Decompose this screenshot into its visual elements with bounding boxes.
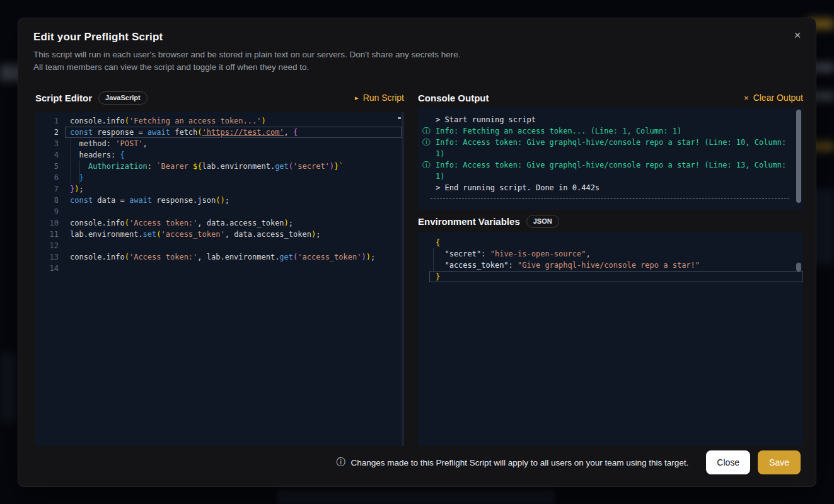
code-line: 12 xyxy=(35,240,402,251)
script-editor[interactable]: 1console.info('Fetching an access token.… xyxy=(35,112,404,446)
environment-variables-heading: Environment Variables xyxy=(418,216,520,227)
code-line: 11lab.environment.set('access_token', da… xyxy=(35,229,402,240)
console-row: > End running script. Done in 0.442s xyxy=(418,182,803,193)
line-number: 1 xyxy=(35,115,65,127)
background-blur-fragment xyxy=(0,353,16,422)
close-icon[interactable]: × xyxy=(789,27,806,43)
json-line: "secret": "hive-is-open-source", xyxy=(429,248,803,260)
code-line: 1console.info('Fetching an access token.… xyxy=(35,115,402,127)
line-number: 13 xyxy=(35,251,65,263)
script-editor-lines: 1console.info('Fetching an access token.… xyxy=(35,115,402,274)
close-button[interactable]: Close xyxy=(706,450,750,474)
run-script-label: Run Script xyxy=(363,93,404,103)
code-line: 4 headers: { xyxy=(35,149,402,161)
overview-ruler-mark xyxy=(398,117,401,119)
info-icon: ⓘ xyxy=(422,125,431,137)
line-number: 4 xyxy=(35,149,65,161)
console-rows: > Start running scriptⓘInfo: Fetching an… xyxy=(418,114,803,198)
line-number: 12 xyxy=(35,240,65,251)
line-number: 7 xyxy=(35,183,65,195)
play-icon: ▸ xyxy=(355,94,359,101)
json-line: { xyxy=(429,237,803,248)
code-line: 13console.info('Access token:', lab.envi… xyxy=(35,251,402,263)
console-row: ⓘInfo: Access token: Give graphql-hive/c… xyxy=(418,137,803,148)
indent-guide xyxy=(433,248,434,271)
modal-description-line1: This script will run in each user's brow… xyxy=(33,49,460,61)
console-row xyxy=(431,198,789,198)
code-line: 14 xyxy=(35,263,402,274)
clear-output-button[interactable]: × Clear Output xyxy=(744,93,803,103)
run-script-button[interactable]: ▸ Run Script xyxy=(355,93,404,103)
console-scrollbar[interactable] xyxy=(796,110,801,203)
indent-guide xyxy=(79,161,80,183)
info-icon: ⓘ xyxy=(422,137,431,148)
line-number: 3 xyxy=(35,138,65,149)
line-number: 14 xyxy=(35,263,65,274)
json-line: } xyxy=(429,271,803,282)
environment-variables-lines: { "secret": "hive-is-open-source", "acce… xyxy=(418,237,803,282)
code-line: 10console.info('Access token:', data.acc… xyxy=(35,217,402,229)
indent-guide xyxy=(71,138,71,183)
clear-icon: × xyxy=(744,94,749,102)
preflight-script-modal: × Edit your Preflight Script This script… xyxy=(18,18,816,487)
line-number: 5 xyxy=(35,161,65,172)
clear-output-label: Clear Output xyxy=(753,93,803,103)
console-row: ⓘInfo: Access token: Give graphql-hive/c… xyxy=(418,159,803,171)
modal-title: Edit your Preflight Script xyxy=(33,31,163,43)
code-line: 6 } xyxy=(35,172,402,183)
line-number: 6 xyxy=(35,172,65,183)
line-number: 2 xyxy=(35,127,65,138)
console-output-header: Console Output × Clear Output xyxy=(418,89,803,106)
language-badge-json: JSON xyxy=(526,215,559,228)
code-line: 2const response = await fetch('https://t… xyxy=(35,127,402,138)
console-output: > Start running scriptⓘInfo: Fetching an… xyxy=(418,108,803,210)
footer-notice: ⓘ Changes made to this Preflight Script … xyxy=(337,457,689,468)
line-number: 10 xyxy=(35,217,65,229)
background-blur-fragment xyxy=(277,489,555,504)
code-line: 8const data = await response.json(); xyxy=(35,195,402,206)
info-icon: ⓘ xyxy=(422,159,431,171)
save-button[interactable]: Save xyxy=(758,450,801,474)
line-number: 9 xyxy=(35,206,65,217)
console-row: ⓘInfo: Fetching an access token... (Line… xyxy=(418,125,803,137)
env-editor-scrollbar[interactable] xyxy=(796,263,801,272)
environment-variables-header: Environment Variables JSON xyxy=(418,213,803,229)
code-line: 3 method: 'POST', xyxy=(35,138,402,149)
console-row: 1) xyxy=(418,171,803,182)
console-row: > Start running script xyxy=(418,114,803,125)
info-icon: ⓘ xyxy=(337,457,345,468)
modal-description-line2: All team members can view the script and… xyxy=(33,61,460,74)
modal-description: This script will run in each user's brow… xyxy=(33,49,460,74)
script-editor-heading: Script Editor xyxy=(35,93,92,103)
json-line: "access_token": "Give graphql-hive/conso… xyxy=(429,260,803,271)
line-number: 8 xyxy=(35,195,65,206)
environment-variables-editor[interactable]: { "secret": "hive-is-open-source", "acce… xyxy=(418,232,803,446)
code-line: 5 Authorization: `Bearer ${lab.environme… xyxy=(35,161,402,172)
footer-notice-text: Changes made to this Preflight Script wi… xyxy=(351,458,689,467)
console-output-heading: Console Output xyxy=(418,93,489,103)
console-row: 1) xyxy=(418,148,803,159)
line-number: 11 xyxy=(35,229,65,240)
code-line: 7}); xyxy=(35,183,402,195)
script-editor-header: Script Editor JavaScript ▸ Run Script xyxy=(35,89,404,106)
modal-footer: ⓘ Changes made to this Preflight Script … xyxy=(33,448,801,477)
language-badge-javascript: JavaScript xyxy=(98,91,148,105)
code-line: 9 xyxy=(35,206,402,217)
